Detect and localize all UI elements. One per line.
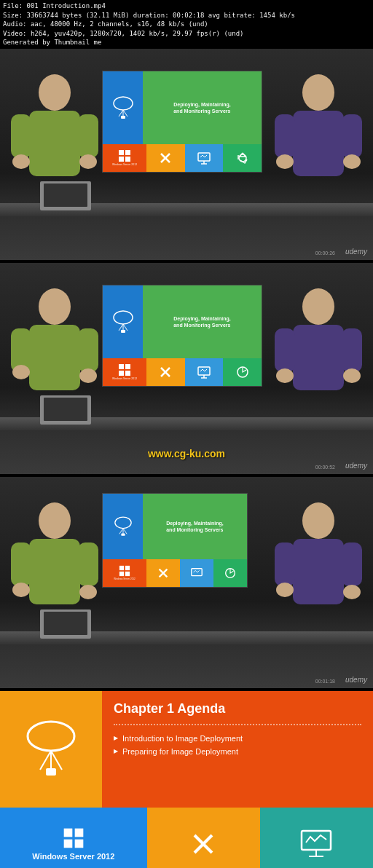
svg-rect-56 <box>11 542 31 586</box>
svg-point-64 <box>276 583 294 597</box>
svg-rect-86 <box>64 840 73 848</box>
windows-tile-3: Windows Server 2012 <box>103 559 146 587</box>
timestamp-2: 00:00:52 <box>315 465 335 470</box>
svg-rect-7 <box>293 111 344 176</box>
svg-rect-63 <box>342 542 362 586</box>
svg-rect-30 <box>78 328 98 372</box>
svg-rect-55 <box>29 539 80 604</box>
svg-point-10 <box>276 154 294 169</box>
laptop-screen-2 <box>44 398 87 421</box>
recycle-icon-1 <box>235 151 250 165</box>
svg-point-5 <box>79 154 97 169</box>
parachute-tile-1 <box>103 71 143 144</box>
file-info-line5: Generated by Thumbnail me <box>3 38 370 47</box>
timestamp-3: 00:01:18 <box>315 679 335 684</box>
svg-point-27 <box>39 288 71 325</box>
screen-display-1: Deploying, Maintaining,and Monitoring Se… <box>102 71 262 173</box>
file-info-block: File: 001 Introduction.mp4 Size: 3366374… <box>0 0 373 49</box>
svg-rect-18 <box>125 150 130 155</box>
svg-point-4 <box>12 154 30 169</box>
svg-rect-34 <box>293 325 344 390</box>
svg-point-39 <box>114 311 133 324</box>
parachute-icon-2 <box>113 310 133 334</box>
svg-point-54 <box>39 502 71 539</box>
monitor-icon-3 <box>190 567 203 580</box>
file-info-line1: File: 001 Introduction.mp4 <box>3 1 370 11</box>
screen-display-3: Deploying, Maintaining,and Monitoring Se… <box>102 493 248 588</box>
screen-title-text-1: Deploying, Maintaining,and Monitoring Se… <box>173 101 231 114</box>
svg-point-37 <box>276 368 294 383</box>
svg-rect-45 <box>125 364 130 369</box>
laptop-2 <box>40 395 91 425</box>
windows-version-2: Windows Server 2012 <box>112 377 137 380</box>
svg-point-11 <box>343 154 361 169</box>
laptop-1 <box>40 181 91 210</box>
windows-tile-2: Windows Server 2012 <box>103 358 146 386</box>
laptop-3 <box>40 609 91 639</box>
svg-point-66 <box>114 517 130 528</box>
screen-display-2: Deploying, Maintaining,and Monitoring Se… <box>102 285 262 387</box>
screen-title-text-3: Deploying, Maintaining,and Monitoring Se… <box>166 520 224 533</box>
svg-rect-9 <box>342 114 362 158</box>
laptop-screen-1 <box>44 184 87 207</box>
chapter-divider <box>114 724 361 725</box>
svg-rect-43 <box>121 330 125 333</box>
video-scene-2: Deploying, Maintaining,and Monitoring Se… <box>0 263 373 474</box>
svg-rect-28 <box>29 325 80 390</box>
svg-line-15 <box>123 110 127 117</box>
svg-rect-1 <box>29 111 80 176</box>
video-scene-3: Deploying, Maintaining,and Monitoring Se… <box>0 477 373 688</box>
bottom-windows-icon <box>63 827 85 849</box>
tools-icon-1 <box>158 151 173 165</box>
bottom-windows-tile: Windows Server 2012 <box>0 808 147 868</box>
bottom-tools-icon <box>189 829 218 859</box>
parachute-icon-3 <box>114 516 132 537</box>
svg-point-79 <box>28 722 74 751</box>
windows-version-3: Windows Server 2012 <box>114 577 135 580</box>
svg-line-82 <box>51 751 62 770</box>
svg-point-59 <box>79 585 97 599</box>
timestamp-1: 00:00:26 <box>315 250 335 256</box>
chapter-item-1: Introduction to Image Deployment <box>114 734 361 743</box>
svg-line-80 <box>40 751 51 770</box>
svg-point-0 <box>39 74 71 111</box>
recycle-icon-2 <box>235 365 250 379</box>
svg-rect-36 <box>342 328 362 372</box>
svg-rect-61 <box>293 539 344 604</box>
svg-rect-8 <box>275 114 295 158</box>
svg-point-58 <box>12 583 30 597</box>
udemy-watermark-1: udemy <box>345 248 367 256</box>
tools-icon-2 <box>158 365 173 379</box>
windows-logo-icon-2 <box>118 363 131 376</box>
video-panel-3: Deploying, Maintaining,and Monitoring Se… <box>0 477 373 688</box>
monitor-icon-1 <box>197 151 211 165</box>
laptop-screen-3 <box>44 612 87 635</box>
file-info-line2: Size: 33663744 bytes (32.11 MiB) duratio… <box>3 11 370 20</box>
svg-point-31 <box>12 365 30 379</box>
svg-point-32 <box>79 368 97 383</box>
svg-rect-84 <box>64 829 73 837</box>
svg-rect-72 <box>125 566 130 570</box>
svg-rect-87 <box>75 840 84 848</box>
cg-ku-watermark: www.cg-ku.com <box>148 448 225 459</box>
chapter-parachute-icon <box>25 720 76 778</box>
person-right-2 <box>271 285 366 430</box>
svg-point-60 <box>302 502 334 539</box>
bottom-monitor-icon <box>300 829 332 859</box>
monitor-icon-2 <box>197 365 211 379</box>
chapter-panel: Chapter 1 Agenda Introduction to Image D… <box>0 691 373 808</box>
udemy-watermark-3: udemy <box>345 676 367 684</box>
svg-line-13 <box>119 110 123 117</box>
svg-point-6 <box>302 74 334 111</box>
svg-rect-73 <box>119 572 124 576</box>
svg-rect-3 <box>78 114 98 158</box>
bottom-monitor-tile <box>260 808 373 868</box>
windows-version-1: Windows Server 2012 <box>112 163 137 166</box>
svg-point-12 <box>114 97 133 110</box>
svg-point-65 <box>343 585 361 599</box>
screen-title-text-2: Deploying, Maintaining,and Monitoring Se… <box>173 315 231 328</box>
monitor-tile-2 <box>185 358 224 386</box>
svg-line-69 <box>123 529 127 534</box>
svg-rect-47 <box>125 371 130 376</box>
svg-point-26 <box>239 154 246 162</box>
